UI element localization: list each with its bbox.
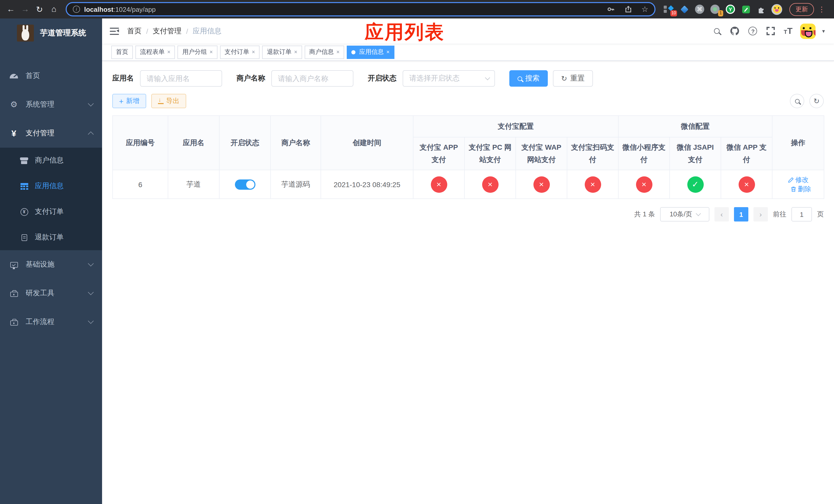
breadcrumb-payment[interactable]: 支付管理 [153, 26, 181, 36]
cell-create-time: 2021-10-23 08:49:25 [321, 170, 413, 199]
extension-y-logo-icon[interactable]: Y [725, 4, 736, 14]
sidebar-item-home[interactable]: 首页 [0, 62, 102, 90]
grid-icon [20, 183, 29, 189]
search-button[interactable]: 搜索 [509, 70, 548, 87]
sidebar-item-label: 工作流程 [26, 317, 82, 327]
password-key-icon[interactable] [607, 5, 615, 13]
sidebar-item-merchant-info[interactable]: 商户信息 [0, 148, 102, 173]
breadcrumb-home[interactable]: 首页 [127, 26, 141, 36]
address-bar[interactable]: i localhost:1024/pay/app ☆ [66, 2, 656, 17]
url-host: localhost [84, 5, 113, 13]
app-name-input[interactable] [140, 70, 222, 87]
sidebar-item-label: 基础设施 [26, 260, 82, 269]
toggle-search-button[interactable] [790, 94, 804, 108]
browser-back-icon[interactable]: ← [4, 3, 18, 16]
sidebar-item-label: 支付订单 [35, 207, 64, 216]
download-icon [158, 98, 163, 104]
page-number-active[interactable]: 1 [734, 207, 748, 222]
sidebar-item-refund-order[interactable]: 退款订单 [0, 225, 102, 250]
extension-recorder-icon[interactable]: 1 [710, 4, 720, 14]
brand-title: 芋道管理系统 [40, 28, 86, 38]
user-avatar[interactable] [800, 23, 815, 39]
browser-update-button[interactable]: 更新 [789, 3, 814, 16]
breadcrumb-separator: / [186, 27, 188, 35]
extension-tiles-icon[interactable]: 10 [664, 4, 674, 14]
cell-merchant: 芋道源码 [270, 170, 321, 199]
tags-view: 首页 流程表单× 用户分组× 支付订单× 退款订单× 商户信息× 应用信息× [102, 44, 834, 61]
close-icon[interactable]: × [210, 49, 213, 55]
browser-menu-icon[interactable]: ⋮ [818, 5, 825, 13]
sidebar-collapse-icon[interactable] [110, 27, 119, 35]
export-button[interactable]: 导出 [151, 94, 186, 108]
edit-link[interactable]: 修改 [788, 175, 809, 184]
tab-app-info[interactable]: 应用信息× [347, 45, 394, 59]
extensions-puzzle-icon[interactable] [756, 4, 766, 14]
delete-link[interactable]: 删除 [790, 184, 811, 193]
extension-command-icon[interactable]: ⌘ [695, 4, 705, 14]
page-size-value: 10条/页 [670, 210, 692, 219]
extension-green-square-icon[interactable] [741, 4, 751, 14]
sidebar-item-infrastructure[interactable]: 基础设施 [0, 250, 102, 279]
briefcase-icon [9, 318, 19, 326]
extension-kite-icon[interactable] [679, 4, 689, 14]
close-icon[interactable]: × [294, 49, 298, 55]
close-icon[interactable]: × [336, 49, 340, 55]
tab-merchant-info[interactable]: 商户信息× [305, 45, 345, 59]
add-button[interactable]: + 新增 [112, 94, 146, 108]
chevron-down-icon [88, 101, 94, 107]
sidebar-item-system[interactable]: ⚙ 系统管理 [0, 90, 102, 119]
prev-page-button[interactable]: ‹ [715, 207, 729, 222]
sidebar-item-app-info[interactable]: 应用信息 [0, 173, 102, 199]
tab-refund-order[interactable]: 退款订单× [262, 45, 302, 59]
tab-pay-order[interactable]: 支付订单× [220, 45, 260, 59]
close-icon[interactable]: × [252, 49, 255, 55]
goto-page-input[interactable] [791, 207, 812, 222]
url-text[interactable]: localhost:1024/pay/app [84, 5, 156, 13]
cell-wechat-mini: × [618, 170, 670, 199]
status-select[interactable]: 请选择开启状态 [403, 70, 495, 87]
browser-forward-icon[interactable]: → [19, 3, 32, 16]
sidebar-item-dev-tools[interactable]: 研发工具 [0, 279, 102, 307]
browser-profile-avatar[interactable] [771, 4, 782, 15]
col-wechat-app: 微信 APP 支付 [721, 137, 772, 170]
status-toggle[interactable] [235, 179, 255, 189]
sidebar-item-pay-order[interactable]: ¥ 支付订单 [0, 199, 102, 225]
header-search-icon[interactable] [712, 26, 722, 36]
merchant-name-input[interactable] [271, 70, 353, 87]
close-icon[interactable]: × [167, 49, 171, 55]
tab-user-group[interactable]: 用户分组× [178, 45, 218, 59]
tab-label: 应用信息 [359, 48, 384, 56]
page-size-select[interactable]: 10条/页 [660, 207, 709, 222]
tab-process-form[interactable]: 流程表单× [135, 45, 175, 59]
briefcase-icon [9, 290, 19, 297]
brand-row[interactable]: 芋道管理系统 [0, 19, 102, 47]
app-table: 应用编号 应用名 开启状态 商户名称 创建时间 支付宝配置 微信配置 操作 支付… [112, 115, 824, 199]
next-page-button[interactable]: › [753, 207, 768, 222]
col-alipay-app: 支付宝 APP 支付 [413, 137, 464, 170]
sidebar-item-payment[interactable]: ¥ 支付管理 [0, 119, 102, 148]
tab-home[interactable]: 首页 [111, 45, 133, 59]
reset-button[interactable]: ↻ 重置 [553, 70, 593, 87]
tab-label: 用户分组 [182, 48, 207, 56]
store-icon [20, 157, 29, 164]
sidebar-item-workflow[interactable]: 工作流程 [0, 307, 102, 336]
share-icon[interactable] [624, 5, 632, 13]
browser-home-icon[interactable]: ⌂ [47, 3, 61, 16]
pagination: 共 1 条 10条/页 ‹ 1 › 前往 页 [112, 207, 824, 222]
pencil-icon [788, 177, 794, 183]
font-size-icon[interactable]: TT [784, 26, 792, 36]
col-wechat-jsapi: 微信 JSAPI 支付 [670, 137, 721, 170]
github-icon[interactable] [730, 26, 740, 36]
bookmark-star-icon[interactable]: ☆ [641, 5, 648, 14]
fullscreen-icon[interactable] [766, 26, 776, 36]
close-icon[interactable]: × [386, 49, 390, 55]
browser-reload-icon[interactable]: ↻ [33, 3, 46, 16]
site-info-icon[interactable]: i [73, 6, 80, 13]
document-icon [20, 234, 29, 241]
help-icon[interactable]: ? [748, 26, 758, 36]
refresh-table-button[interactable]: ↻ [809, 94, 824, 108]
avatar-caret-icon[interactable]: ▼ [821, 28, 826, 33]
extension-badge-count: 10 [671, 10, 677, 17]
delete-link-label: 删除 [798, 184, 811, 193]
search-icon [795, 99, 799, 103]
